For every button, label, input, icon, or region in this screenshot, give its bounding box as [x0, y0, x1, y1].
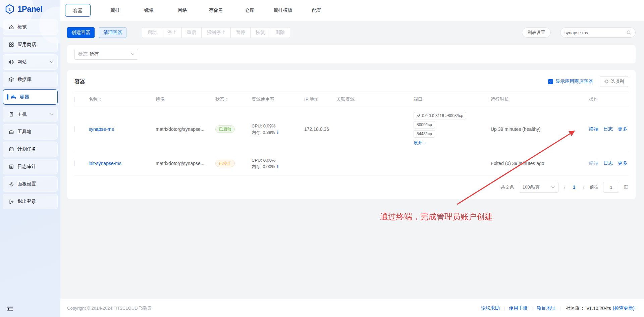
column-header-status[interactable]: 状态 [215, 96, 224, 102]
logs-link[interactable]: 日志 [603, 126, 613, 132]
annotation-text: 通过终端，完成管理员账户创建 [380, 211, 493, 222]
sidebar-item-label: 计划任务 [17, 146, 53, 152]
column-header-ports: 端口 [414, 96, 423, 102]
cpu-usage: CPU: 0.00% [252, 157, 304, 163]
container-ip: 172.18.0.36 [304, 126, 336, 132]
start-button[interactable]: 启动 [142, 27, 162, 38]
port-tag: 8009/tcp [414, 121, 435, 128]
chevron-down-icon [50, 61, 53, 63]
create-container-button[interactable]: 创建容器 [67, 27, 95, 38]
column-header-uptime: 运行时长 [491, 96, 509, 102]
column-options-button[interactable]: 选项列 [600, 76, 628, 87]
collapse-sidebar-icon [7, 306, 13, 312]
collapse-sidebar-button[interactable] [7, 306, 13, 312]
chevron-down-icon [50, 113, 53, 115]
pause-button[interactable]: 暂停 [230, 27, 251, 38]
column-header-name[interactable]: 名称 [89, 96, 98, 102]
next-page-button[interactable]: › [582, 184, 585, 190]
page-input[interactable] [603, 182, 619, 193]
prune-container-button[interactable]: 清理容器 [99, 27, 126, 38]
tab-images[interactable]: 镜像 [132, 4, 166, 17]
divider: | [559, 306, 560, 311]
sort-icon[interactable]: ▲▼ [99, 97, 101, 102]
tab-containers[interactable]: 容器 [65, 4, 91, 17]
goto-label: 前往 [590, 184, 598, 190]
sidebar-item-overview[interactable]: 概览 [3, 19, 58, 35]
stop-button[interactable]: 停止 [162, 27, 182, 38]
cpu-usage: CPU: 0.09% [252, 123, 304, 129]
sidebar-item-label: 概览 [17, 24, 53, 30]
monitor-dots-icon[interactable]: ⋮ [276, 130, 280, 135]
container-name-link[interactable]: init-synapse-ms [89, 161, 121, 166]
resume-button[interactable]: 恢复 [250, 27, 270, 38]
sidebar-item-website[interactable]: 网站 [3, 54, 58, 70]
sidebar-item-host[interactable]: 主机 [3, 107, 58, 122]
delete-button[interactable]: 删除 [270, 27, 290, 38]
server-icon [9, 112, 14, 117]
copyright-text: Copyright © 2014-2024 FIT2CLOUD 飞致云 [67, 305, 152, 311]
sidebar-item-logout[interactable]: 退出登录 [3, 194, 58, 209]
select-all-checkbox[interactable] [74, 97, 75, 102]
tab-compose[interactable]: 编排 [99, 4, 132, 17]
container-image: matrixdotorg/synapse... [156, 161, 215, 166]
prev-page-button[interactable]: ‹ [563, 184, 566, 190]
tab-networks[interactable]: 网络 [166, 4, 199, 17]
search-input[interactable] [565, 30, 627, 35]
row-checkbox[interactable] [74, 160, 75, 166]
force-stop-button[interactable]: 强制停止 [201, 27, 231, 38]
edition-label: 社区版： [566, 305, 585, 311]
port-tag: 0.0.0.0:8116->8008/tcp [414, 112, 466, 119]
sort-icon[interactable]: ▲▼ [226, 97, 228, 102]
expand-ports-link[interactable]: 展开... [414, 140, 426, 146]
show-app-store-containers-label: 显示应用商店容器 [555, 78, 593, 85]
terminal-link[interactable]: 终端 [589, 160, 598, 166]
sidebar-item-settings[interactable]: 面板设置 [3, 176, 58, 192]
tab-repositories[interactable]: 仓库 [233, 4, 266, 17]
more-link[interactable]: 更多 [618, 160, 627, 166]
sidebar-item-cron[interactable]: 计划任务 [3, 142, 58, 157]
project-repo-link[interactable]: 项目地址 [537, 305, 555, 311]
current-page[interactable]: 1 [571, 184, 578, 190]
logs-link[interactable]: 日志 [603, 160, 613, 166]
toolbar: 创建容器 清理容器 启动 停止 重启 强制停止 暂停 恢复 删除 列表设置 [67, 27, 636, 38]
bulk-action-group: 启动 停止 重启 强制停止 暂停 恢复 删除 [142, 27, 290, 38]
table-row: synapse-ms matrixdotorg/synapse... 已启动 C… [74, 107, 628, 151]
show-app-store-containers-checkbox[interactable]: 显示应用商店容器 [548, 78, 593, 85]
restart-button[interactable]: 重启 [181, 27, 202, 38]
column-header-image: 镜像 [156, 96, 165, 102]
page-size-value: 100条/页 [523, 184, 540, 190]
tab-volumes[interactable]: 存储卷 [199, 4, 233, 17]
logout-icon [9, 199, 14, 204]
brand-logo: 1 1Panel [0, 0, 60, 17]
sidebar-item-audit-log[interactable]: 日志审计 [3, 159, 58, 174]
status-filter-select[interactable]: 状态 所有 [74, 49, 138, 60]
tab-config[interactable]: 配置 [300, 4, 333, 17]
uptime: Up 39 minutes (healthy) [491, 126, 589, 132]
memory-usage: 内存: 0.39% [252, 130, 275, 135]
user-manual-link[interactable]: 使用手册 [509, 305, 528, 311]
column-header-ip: IP 地址 [304, 96, 319, 102]
sidebar-item-app-store[interactable]: 应用商店 [3, 37, 58, 52]
more-link[interactable]: 更多 [618, 126, 627, 132]
total-count: 共 2 条 [500, 184, 514, 190]
monitor-dots-icon[interactable]: ⋮ [276, 164, 280, 169]
svg-text:1: 1 [8, 7, 11, 12]
tab-compose-templates[interactable]: 编排模版 [266, 4, 300, 17]
container-name-link[interactable]: synapse-ms [89, 126, 114, 132]
sidebar-item-containers[interactable]: 容器 [3, 89, 58, 105]
brand-logo-icon: 1 [5, 4, 15, 14]
terminal-link[interactable]: 终端 [589, 126, 598, 132]
sidebar-item-database[interactable]: 数据库 [3, 72, 58, 87]
sidebar-item-label: 工具箱 [17, 129, 53, 135]
forum-help-link[interactable]: 论坛求助 [481, 305, 500, 311]
search-icon[interactable] [627, 30, 631, 35]
chevron-down-icon [131, 53, 135, 55]
sidebar-menu: 概览 应用商店 网站 数据库 容器 主机 工具箱 [0, 17, 60, 209]
port-tag: 8448/tcp [414, 130, 435, 138]
list-settings-button[interactable]: 列表设置 [522, 28, 551, 38]
row-checkbox[interactable] [74, 126, 75, 132]
page-size-select[interactable]: 100条/页 [519, 182, 558, 193]
check-update-link[interactable]: (检查更新) [613, 305, 635, 311]
sidebar-item-toolbox[interactable]: 工具箱 [3, 124, 58, 140]
toolbox-icon [9, 129, 14, 135]
